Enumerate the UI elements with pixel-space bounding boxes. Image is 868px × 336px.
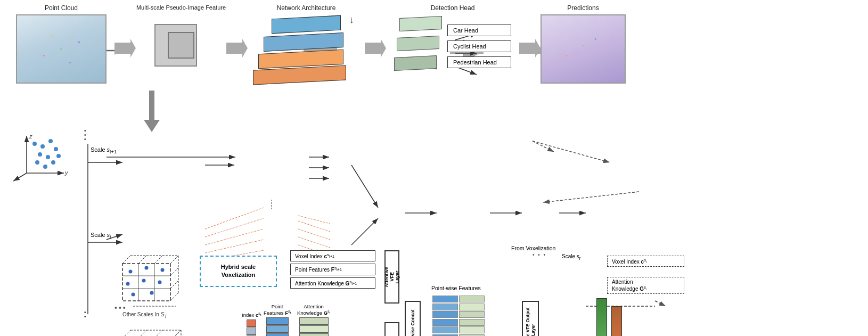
voxel-grid-svg-2 [120, 327, 194, 336]
ak-col: • [299, 317, 329, 336]
svg-point-68 [38, 152, 42, 157]
svg-point-70 [32, 142, 37, 146]
voxel-grid-svg-1 [120, 253, 189, 306]
diagram-container: ⊕ ⊕ • • • • • [0, 0, 868, 336]
scale-sr-dots: • • • [533, 252, 546, 258]
svg-point-91 [145, 266, 149, 270]
vfe-layer-bottom: AttentiveVFELayer [384, 322, 399, 336]
bar-green [596, 298, 607, 336]
attn-knowledge-sr-box: AttentionKnowledge Gsr [607, 277, 684, 294]
point-cloud-image [16, 14, 107, 84]
coordinate-system: z y x [11, 130, 75, 185]
svg-line-105 [122, 330, 130, 336]
svg-point-65 [40, 144, 45, 149]
point-cloud-section: Point Cloud [8, 4, 114, 84]
svg-point-97 [150, 291, 154, 295]
point-features-st-label: PointFeatures Fst [264, 304, 291, 316]
head-labels: Car Head Cyclist Head Pedestrian Head [447, 24, 511, 68]
point-wise-concat-box: Point-wise Concat [405, 301, 421, 336]
index-label: Index cst [242, 312, 261, 318]
large-arrow-2 [226, 39, 248, 58]
pseudo-image-label: Multi-scale Pseudo-Image Feature [136, 4, 226, 11]
voxel-grid-st1 [120, 253, 189, 306]
predictions-visualization [542, 15, 625, 83]
network-arch-label: Network Architecture [277, 4, 336, 12]
green-plates [394, 14, 442, 78]
svg-text:x: x [11, 183, 14, 184]
point-features-st1: Point Features Fst+1 [290, 264, 375, 275]
predictions-image [541, 14, 626, 84]
pf-col: • [266, 317, 289, 336]
vfe-output-layer-label: Attentive VFE Output Layer [525, 302, 536, 336]
attn-knowledge-st-group: AttentionKnowledge Gst • [297, 304, 330, 336]
svg-line-110 [173, 330, 181, 336]
voxel-index-st1: Voxel Index cst+1 [290, 250, 375, 261]
svg-text:z: z [29, 133, 32, 140]
attn-knowledge-st1: Attention Knowledge Gst+1 [290, 277, 375, 289]
svg-point-72 [35, 160, 39, 165]
voxel-grid-st [120, 327, 194, 336]
green-plate-1 [399, 16, 442, 31]
pwf-row-6 [432, 334, 485, 337]
hybrid-vox-box: Hybrid scaleVoxelization [200, 256, 277, 287]
plate-blue-2 [264, 32, 343, 52]
vfe-layer-top: AttentiveVFELayer [384, 250, 399, 304]
pwf-row-1 [432, 296, 485, 302]
svg-point-95 [158, 281, 162, 284]
svg-line-81 [138, 256, 146, 264]
other-scales-label: Other Scales In ST [122, 312, 167, 319]
hybrid-vox-title: Hybrid scaleVoxelization [210, 263, 266, 280]
pf-row-2 [266, 325, 289, 333]
cyclist-head-box: Cyclist Head [447, 40, 511, 52]
arrow-2 [226, 4, 248, 58]
point-wise-features-matrix [432, 296, 485, 336]
ak-row-1 [299, 317, 329, 325]
pwf-row-5 [432, 326, 485, 333]
svg-point-93 [126, 282, 130, 286]
svg-point-74 [56, 154, 61, 158]
green-plate-3 [394, 55, 437, 71]
svg-line-107 [154, 330, 162, 336]
index-col [247, 319, 256, 336]
svg-point-71 [51, 160, 55, 165]
idx-row-1 [247, 319, 256, 327]
pseudo-image-section: Multi-scale Pseudo-Image Feature [136, 4, 226, 72]
svg-line-86 [170, 268, 178, 276]
arrow-4 [519, 4, 541, 58]
svg-line-63 [13, 173, 27, 181]
svg-point-73 [43, 165, 47, 169]
vfe-output-layer-box: Attentive VFE Output Layer [522, 301, 539, 336]
large-arrow-3 [365, 39, 386, 58]
svg-point-92 [161, 268, 165, 272]
svg-line-88 [170, 293, 178, 301]
detection-head-label: Detection Head [431, 4, 475, 12]
down-arrow-arch: ↓ [349, 14, 354, 26]
svg-point-66 [48, 139, 53, 143]
point-cloud-label: Point Cloud [45, 4, 78, 12]
svg-line-85 [170, 256, 178, 264]
svg-point-94 [142, 279, 146, 283]
point-features-st-group: PointFeatures Fst • [264, 304, 291, 336]
scale-st1-label: Scale st+1 [91, 146, 117, 154]
detection-head-section: Detection Head Car Head Cyclist Head Ped… [386, 4, 519, 78]
scale-st-label: Scale st [91, 232, 111, 240]
svg-point-67 [54, 147, 58, 151]
large-arrow-4 [519, 39, 541, 58]
point-wise-concat-label: Point-wise Concat [410, 309, 415, 336]
bar-orange [611, 306, 622, 336]
idx-row-2 [247, 327, 256, 335]
predictions-section: Predictions [541, 4, 626, 84]
pwf-row-2 [432, 304, 485, 310]
arch-plates: ↓ [253, 14, 359, 89]
bottom-section: z y x Scale st+1 [0, 114, 868, 336]
svg-line-87 [170, 281, 178, 289]
svg-point-69 [46, 155, 50, 159]
ak-row-2 [299, 325, 329, 333]
arrow-3 [365, 4, 386, 58]
box-small [168, 32, 194, 59]
car-head-box: Car Head [447, 24, 511, 36]
coord-svg: z y x [11, 130, 69, 184]
output-feature-group: Scale sr Pseudo-Image Feature [583, 298, 635, 336]
hybrid-outputs: Voxel Index cst+1 Point Features Fst+1 A… [290, 250, 375, 289]
svg-line-82 [154, 256, 162, 264]
